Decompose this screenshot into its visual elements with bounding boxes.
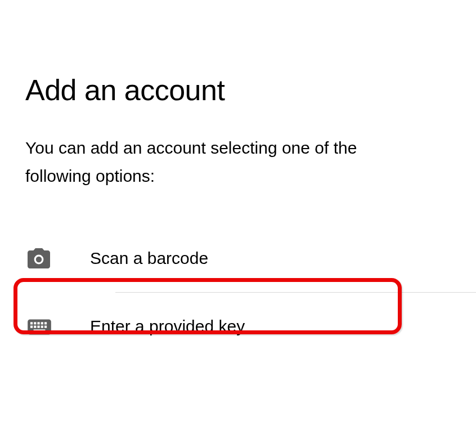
camera-icon [25,245,52,272]
svg-point-1 [36,257,42,262]
option-enter-key[interactable]: Enter a provided key [25,293,476,360]
svg-rect-3 [30,322,33,324]
options-list: Scan a barcode [25,225,476,360]
svg-rect-13 [34,329,46,331]
svg-rect-5 [37,322,39,324]
keyboard-icon [25,312,53,341]
svg-rect-7 [44,322,47,324]
option-scan-barcode[interactable]: Scan a barcode [25,225,476,292]
page-subtitle: You can add an account selecting one of … [25,134,408,190]
svg-rect-6 [41,322,43,324]
svg-rect-4 [34,322,36,324]
option-label: Scan a barcode [90,249,208,268]
option-label: Enter a provided key [90,317,245,336]
page-title: Add an account [25,73,476,107]
svg-rect-8 [30,326,33,328]
svg-rect-11 [41,326,43,328]
svg-rect-12 [44,326,47,328]
svg-rect-10 [37,326,39,328]
svg-rect-9 [34,326,36,328]
